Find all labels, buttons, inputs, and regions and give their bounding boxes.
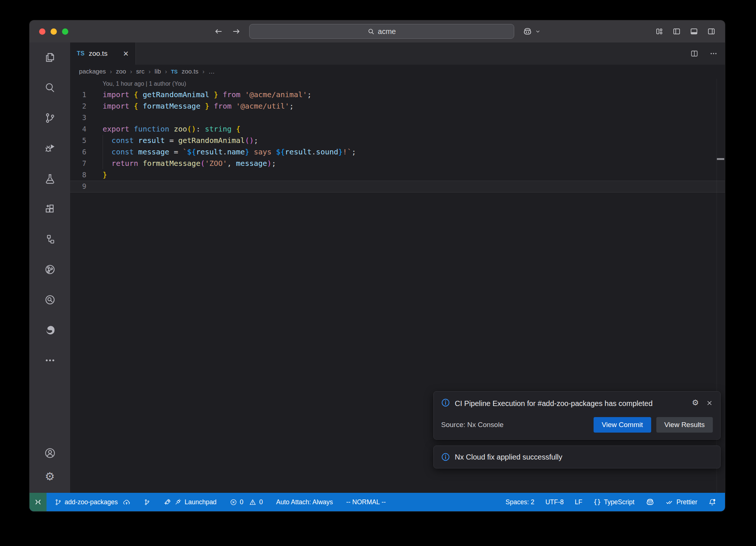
minimize-window-button[interactable] — [51, 28, 57, 35]
line-number: 5 — [70, 135, 86, 146]
back-arrow-icon[interactable] — [214, 27, 223, 36]
toggle-panel-icon[interactable] — [690, 27, 698, 35]
git-blame-annotation: You, 1 hour ago | 1 author (You) — [70, 79, 725, 89]
auto-attach-status[interactable]: Auto Attach: Always — [276, 498, 333, 506]
git-branch-status[interactable]: add-zoo-packages — [55, 498, 130, 506]
hierarchy-icon[interactable] — [40, 229, 59, 249]
view-commit-button[interactable]: View Commit — [594, 417, 651, 433]
source-control-icon[interactable] — [40, 108, 59, 127]
copilot-menu[interactable] — [523, 20, 540, 42]
line-number: 1 — [70, 89, 86, 100]
tab-label: zoo.ts — [89, 50, 107, 58]
explorer-icon[interactable] — [40, 48, 59, 67]
line-number: 7 — [70, 158, 86, 169]
chevron-right-icon: › — [202, 68, 204, 75]
tab-zoo-ts[interactable]: TS zoo.ts ✕ — [70, 42, 136, 65]
activity-bar: ⚙ — [30, 42, 70, 493]
language-mode-status[interactable]: {} TypeScript — [593, 498, 634, 506]
toggle-primary-sidebar-icon[interactable] — [673, 27, 681, 35]
eol-status[interactable]: LF — [575, 498, 582, 506]
breadcrumb-item[interactable]: packages — [79, 68, 106, 75]
notifications-bell-icon[interactable] — [708, 498, 716, 506]
warning-triangle-icon — [249, 499, 256, 506]
line-number: 9 — [70, 181, 86, 192]
notification-source: Source: Nx Console — [441, 421, 504, 429]
extensions-icon[interactable] — [40, 199, 59, 218]
forward-arrow-icon[interactable] — [232, 27, 241, 36]
formatter-status[interactable]: Prettier — [666, 498, 697, 506]
notification-toast: CI Pipeline Execution for #add-zoo-packa… — [433, 391, 721, 440]
encoding-status[interactable]: UTF-8 — [545, 498, 564, 506]
commit-graph-status[interactable] — [144, 499, 151, 506]
notification-center: CI Pipeline Execution for #add-zoo-packa… — [433, 391, 721, 468]
problems-status[interactable]: 0 0 — [230, 498, 263, 506]
traffic-lights — [39, 28, 68, 35]
status-bar: add-zoo-packages Launchpad — [30, 493, 725, 511]
indentation-status[interactable]: Spaces: 2 — [506, 498, 535, 506]
chevron-right-icon: › — [149, 68, 151, 75]
tab-close-icon[interactable]: ✕ — [123, 50, 129, 57]
vscode-window: acme — [30, 20, 725, 511]
customize-layout-icon[interactable] — [655, 27, 663, 35]
toggle-secondary-sidebar-icon[interactable] — [707, 27, 715, 35]
line-number: 2 — [70, 100, 86, 112]
view-results-button[interactable]: View Results — [656, 417, 713, 433]
breadcrumb-file[interactable]: zoo.ts — [182, 68, 198, 75]
line-number: 8 — [70, 169, 86, 181]
launchpad-status[interactable]: Launchpad — [164, 498, 217, 506]
chevron-right-icon: › — [130, 68, 132, 75]
notification-message: Nx Cloud fix applied successfully — [455, 453, 562, 461]
chevron-right-icon: › — [110, 68, 112, 75]
code-line: 6 const message = `${result.name} says $… — [70, 146, 725, 158]
settings-gear-icon[interactable]: ⚙ — [40, 467, 59, 486]
code-line: 9 — [70, 181, 725, 192]
line-number: 6 — [70, 146, 86, 158]
braces-icon: {} — [593, 498, 601, 506]
error-count: 0 — [240, 498, 244, 506]
search-icon — [368, 28, 375, 35]
tab-bar: TS zoo.ts ✕ — [70, 42, 725, 65]
typescript-file-icon: TS — [171, 69, 178, 75]
branch-name: add-zoo-packages — [65, 498, 118, 506]
copilot-icon — [646, 498, 654, 506]
vim-mode-status[interactable]: -- NORMAL -- — [346, 498, 386, 506]
inspect-circle-icon[interactable] — [40, 290, 59, 309]
account-icon[interactable] — [40, 443, 59, 463]
command-center-search[interactable]: acme — [249, 24, 514, 39]
zoom-window-button[interactable] — [62, 28, 68, 35]
code-line: 3 — [70, 112, 725, 123]
edge-tools-icon[interactable] — [40, 320, 59, 339]
testing-icon[interactable] — [40, 169, 59, 188]
notification-message: CI Pipeline Execution for #add-zoo-packa… — [455, 398, 667, 409]
copilot-icon — [523, 27, 532, 36]
close-window-button[interactable] — [39, 28, 45, 35]
split-editor-icon[interactable] — [690, 50, 698, 58]
breadcrumb: packages › zoo › src › lib › TS zoo.ts ›… — [70, 65, 725, 79]
line-number: 3 — [70, 112, 86, 123]
code-line: 7 return formatMessage('ZOO', message); — [70, 158, 725, 169]
code-line: 8} — [70, 169, 725, 181]
notification-close-icon[interactable] — [706, 400, 713, 406]
code-line: 1import { getRandomAnimal } from '@acme/… — [70, 89, 725, 100]
copilot-status[interactable] — [646, 498, 654, 506]
double-check-icon — [666, 498, 674, 506]
breadcrumb-item[interactable]: zoo — [116, 68, 126, 75]
git-graph-circle-icon[interactable] — [40, 260, 59, 279]
code-line: 5 const result = getRandomAnimal(); — [70, 135, 725, 146]
breadcrumb-overflow[interactable]: … — [209, 68, 215, 75]
breadcrumb-item[interactable]: lib — [155, 68, 161, 75]
notification-settings-gear-icon[interactable]: ⚙ — [692, 399, 699, 407]
more-icon[interactable] — [40, 351, 59, 370]
search-sidebar-icon[interactable] — [40, 78, 59, 97]
chevron-down-icon — [535, 29, 540, 34]
launchpad-label: Launchpad — [185, 498, 217, 506]
breadcrumb-item[interactable]: src — [136, 68, 145, 75]
editor-group: TS zoo.ts ✕ packages › zoo › — [70, 42, 725, 493]
more-actions-icon[interactable] — [709, 50, 718, 58]
cloud-upload-icon — [123, 498, 130, 506]
run-debug-icon[interactable] — [40, 139, 59, 158]
code-line: 2import { formatMessage } from '@acme/ut… — [70, 100, 725, 112]
typescript-file-icon: TS — [77, 50, 85, 57]
code-line: 4export function zoo(): string { — [70, 123, 725, 135]
remote-indicator[interactable] — [30, 493, 47, 511]
